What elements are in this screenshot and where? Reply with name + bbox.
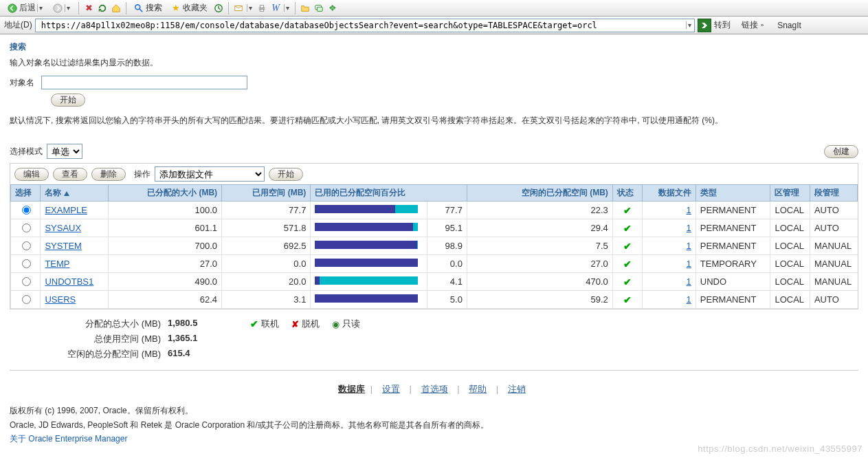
row-radio[interactable] <box>22 295 31 304</box>
history-icon[interactable] <box>213 3 224 14</box>
home-icon[interactable] <box>111 3 122 14</box>
stop-icon[interactable]: ✖ <box>83 3 94 14</box>
edit-button[interactable]: 编辑 <box>14 168 49 181</box>
tablespace-link[interactable]: TEMP <box>45 259 69 269</box>
cell-seg: MANUAL <box>810 273 857 291</box>
edit-icon[interactable]: W <box>270 3 281 14</box>
favorites-button[interactable]: ★ 收藏夹 <box>168 2 210 14</box>
cell-seg: MANUAL <box>810 237 857 255</box>
row-radio[interactable] <box>22 206 31 215</box>
check-icon: ✔ <box>623 259 632 270</box>
delete-button[interactable]: 删除 <box>91 168 126 181</box>
action-select[interactable]: 添加数据文件 <box>155 166 265 182</box>
view-button[interactable]: 查看 <box>53 168 87 181</box>
table-row: EXAMPLE100.077.777.722.3✔1PERMANENTLOCAL… <box>11 201 858 219</box>
back-dropdown-icon[interactable]: ▾ <box>37 4 44 12</box>
search-icon <box>133 3 144 14</box>
sum-used-value: 1,365.1 <box>168 333 250 345</box>
about-link[interactable]: 关于 Oracle Enterprise Manager <box>10 434 127 444</box>
back-icon <box>7 3 18 14</box>
search-button[interactable]: 搜索 <box>131 2 165 14</box>
cell-type: PERMANENT <box>695 219 770 237</box>
cell-allocated: 27.0 <box>108 255 221 273</box>
th-seg[interactable]: 段管理 <box>810 185 857 201</box>
datafiles-link[interactable]: 1 <box>687 259 691 269</box>
print-icon[interactable] <box>256 3 267 14</box>
tablespace-link[interactable]: SYSAUX <box>45 223 81 233</box>
url-input[interactable] <box>40 20 680 31</box>
mail-dropdown-icon[interactable]: ▾ <box>247 4 254 12</box>
tablespace-link[interactable]: UNDOTBS1 <box>45 276 93 287</box>
footer-database[interactable]: 数据库 <box>338 384 365 394</box>
cell-type: PERMANENT <box>695 237 770 255</box>
favorites-label: 收藏夹 <box>183 2 208 14</box>
row-radio[interactable] <box>22 277 31 286</box>
th-used[interactable]: 已用空间 (MB) <box>222 185 311 201</box>
folder-icon[interactable] <box>300 3 311 14</box>
cell-seg: AUTO <box>810 291 857 309</box>
back-button[interactable]: 后退 ▾ <box>4 2 47 14</box>
search-start-button[interactable]: 开始 <box>51 94 85 107</box>
th-allocated[interactable]: 已分配的大小 (MB) <box>108 185 221 201</box>
table-row: TEMP27.00.00.027.0✔1TEMPORARYLOCALMANUAL <box>11 255 858 273</box>
address-input-wrap[interactable]: ▾ <box>35 19 695 32</box>
cell-used: 571.8 <box>222 219 311 237</box>
svg-point-2 <box>135 4 140 9</box>
forward-dropdown-icon[interactable]: ▾ <box>65 4 71 12</box>
action-start-button[interactable]: 开始 <box>269 168 303 181</box>
create-button[interactable]: 创建 <box>824 145 858 158</box>
cell-ext: LOCAL <box>770 273 810 291</box>
cell-seg: AUTO <box>810 219 857 237</box>
cell-free: 7.5 <box>467 237 612 255</box>
th-status[interactable]: 状态 <box>612 185 642 201</box>
cell-type: PERMANENT <box>695 201 770 219</box>
datafiles-link[interactable]: 1 <box>687 294 691 305</box>
datafiles-link[interactable]: 1 <box>687 276 691 287</box>
tablespace-link[interactable]: USERS <box>45 294 76 305</box>
cell-status: ✔ <box>612 219 642 237</box>
status-legend: ✔联机 ✘脱机 ◉只读 <box>250 318 429 330</box>
datafiles-link[interactable]: 1 <box>687 205 691 215</box>
cell-ext: LOCAL <box>770 291 810 309</box>
edit-dropdown-icon[interactable]: ▾ <box>284 4 291 12</box>
discuss-icon[interactable] <box>313 3 324 14</box>
tablespace-link[interactable]: EXAMPLE <box>45 205 87 215</box>
select-mode[interactable]: 单选 <box>47 144 82 159</box>
row-radio[interactable] <box>22 241 31 250</box>
address-bar: 地址(D) ▾ 转到 链接 » SnagIt <box>0 17 868 34</box>
row-radio[interactable] <box>22 223 31 232</box>
th-datafiles[interactable]: 数据文件 <box>643 185 696 201</box>
cell-used: 20.0 <box>222 273 311 291</box>
url-dropdown-icon[interactable]: ▾ <box>686 21 693 29</box>
browser-toolbar: 后退 ▾ ▾ ✖ 搜索 ★ 收藏夹 ▾ W ▾ ❖ <box>0 0 868 17</box>
messenger-icon[interactable]: ❖ <box>327 3 338 14</box>
tablespace-grid: 编辑 查看 删除 操作 添加数据文件 开始 选择 名称 已分配的大小 (MB) … <box>10 163 858 309</box>
th-free[interactable]: 空闲的已分配空间 (MB) <box>467 185 612 201</box>
th-type[interactable]: 类型 <box>695 185 770 201</box>
go-button[interactable] <box>698 19 711 32</box>
cell-free: 27.0 <box>467 255 612 273</box>
tablespace-link[interactable]: SYSTEM <box>45 241 81 251</box>
forward-button[interactable]: ▾ <box>49 3 74 14</box>
row-radio[interactable] <box>22 259 31 268</box>
footer-logout[interactable]: 注销 <box>508 384 526 394</box>
svg-point-1 <box>54 3 62 12</box>
links-label[interactable]: 链接 <box>742 19 758 31</box>
sum-free-label: 空闲的总分配空间 (MB) <box>30 348 168 360</box>
mail-icon[interactable] <box>233 3 244 14</box>
datafiles-link[interactable]: 1 <box>687 223 691 233</box>
footer-settings[interactable]: 设置 <box>382 384 400 394</box>
footer-prefs[interactable]: 首选项 <box>421 384 448 394</box>
refresh-icon[interactable] <box>97 3 108 14</box>
object-name-input[interactable] <box>41 76 247 89</box>
datafiles-link[interactable]: 1 <box>687 241 691 251</box>
check-icon: ✔ <box>623 205 632 216</box>
footer-help[interactable]: 帮助 <box>469 384 487 394</box>
cell-free: 29.4 <box>467 219 612 237</box>
go-label: 转到 <box>714 19 731 31</box>
th-pctbar[interactable]: 已用的已分配空间百分比 <box>311 185 467 201</box>
th-name[interactable]: 名称 <box>41 185 108 201</box>
cell-pct: 4.1 <box>427 273 467 291</box>
th-ext[interactable]: 区管理 <box>770 185 810 201</box>
cell-type: UNDO <box>695 273 770 291</box>
